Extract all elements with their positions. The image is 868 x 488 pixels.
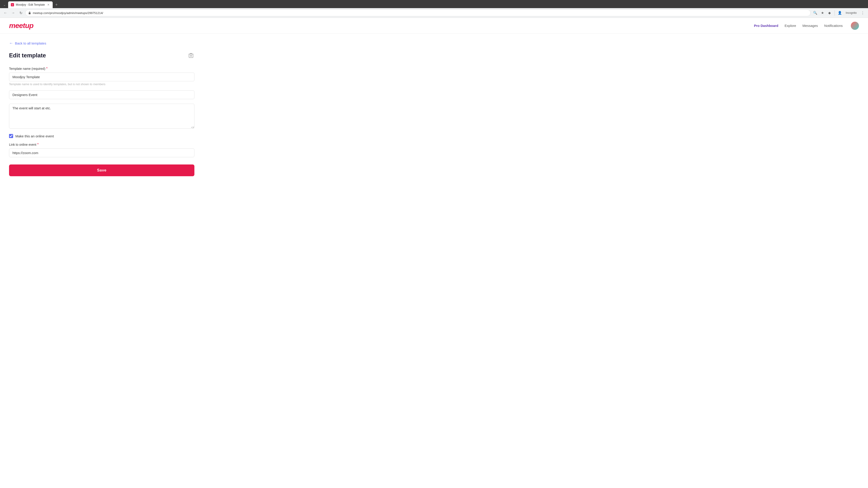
textarea-wrapper: The event will start at etc. ↙ xyxy=(9,104,194,129)
meetup-logo[interactable]: meetup xyxy=(9,22,33,30)
svg-rect-0 xyxy=(29,13,31,14)
url-text: meetup.com/pro/moodjoy/admin/meetups/299… xyxy=(33,11,808,15)
tab-favicon: m xyxy=(11,3,14,6)
link-required-star: * xyxy=(37,142,39,147)
main-content: ← Back to all templates Edit template Te… xyxy=(0,34,204,184)
nav-pro-dashboard[interactable]: Pro Dashboard xyxy=(754,24,778,28)
back-link-label: Back to all templates xyxy=(15,41,46,45)
svg-rect-3 xyxy=(190,53,192,54)
address-bar[interactable]: meetup.com/pro/moodjoy/admin/meetups/299… xyxy=(25,9,811,16)
link-label: Link to online event * xyxy=(9,142,194,147)
bookmark-btn[interactable]: ★ xyxy=(819,10,826,16)
link-input[interactable] xyxy=(9,149,194,157)
profile-btn[interactable]: 👤 xyxy=(837,10,843,16)
trash-icon xyxy=(188,53,193,58)
search-btn[interactable]: 🔍 xyxy=(812,10,818,16)
event-description-textarea[interactable]: The event will start at etc. xyxy=(9,104,194,129)
tab-close-btn[interactable]: ✕ xyxy=(47,3,50,7)
extensions-btn[interactable]: ◆ xyxy=(827,10,833,16)
online-event-checkbox[interactable] xyxy=(9,134,13,138)
online-event-checkbox-group: Make this an online event xyxy=(9,134,194,138)
resize-handle-icon: ↙ xyxy=(191,125,193,129)
tab-title: Moodjoy - Edit Template xyxy=(16,3,45,6)
user-avatar[interactable] xyxy=(851,22,859,30)
template-name-hint: Template name is used to identify templa… xyxy=(9,83,194,86)
delete-template-btn[interactable] xyxy=(188,52,194,60)
lock-icon xyxy=(28,11,31,14)
event-title-input[interactable] xyxy=(9,90,194,99)
forward-navigation-btn[interactable]: → xyxy=(10,10,16,16)
site-header: meetup Pro Dashboard Explore Messages No… xyxy=(0,18,868,34)
nav-explore[interactable]: Explore xyxy=(784,24,796,28)
online-event-label[interactable]: Make this an online event xyxy=(16,134,54,138)
active-tab[interactable]: m Moodjoy - Edit Template ✕ xyxy=(8,1,53,8)
nav-messages[interactable]: Messages xyxy=(802,24,818,28)
menu-btn[interactable]: ⋮ xyxy=(860,10,866,16)
page-title: Edit template xyxy=(9,52,46,59)
logo-text: meetup xyxy=(9,22,33,30)
event-description-group: The event will start at etc. ↙ xyxy=(9,104,194,129)
back-arrow-icon: ← xyxy=(9,41,13,46)
template-name-group: Template name (required) * Template name… xyxy=(9,67,194,86)
new-tab-btn[interactable]: + xyxy=(54,2,60,8)
main-nav: Pro Dashboard Explore Messages Notificat… xyxy=(754,22,859,30)
template-name-input[interactable] xyxy=(9,72,194,81)
edit-template-form: Template name (required) * Template name… xyxy=(9,67,194,176)
incognito-btn[interactable]: Incognito xyxy=(844,10,859,15)
browser-toolbar: ← → ↻ meetup.com/pro/moodjoy/admin/meetu… xyxy=(0,8,868,18)
toolbar-right-buttons: 🔍 ★ ◆ 👤 Incognito ⋮ xyxy=(812,10,866,16)
link-group: Link to online event * xyxy=(9,142,194,157)
required-star: * xyxy=(46,67,48,71)
template-name-label: Template name (required) * xyxy=(9,67,194,71)
reload-btn[interactable]: ↻ xyxy=(18,10,24,16)
save-button[interactable]: Save xyxy=(9,164,194,176)
incognito-label: Incognito xyxy=(846,11,857,14)
page-header: Edit template xyxy=(9,52,194,60)
back-navigation-btn[interactable]: ← xyxy=(2,10,8,16)
tab-dropdown-btn[interactable]: ⌄ xyxy=(2,2,7,7)
nav-notifications[interactable]: Notifications xyxy=(824,24,843,28)
back-to-templates-link[interactable]: ← Back to all templates xyxy=(9,41,194,46)
tab-bar: ⌄ m Moodjoy - Edit Template ✕ + xyxy=(0,0,868,8)
event-title-group xyxy=(9,90,194,99)
browser-chrome: ⌄ m Moodjoy - Edit Template ✕ + ← → ↻ me… xyxy=(0,0,868,18)
